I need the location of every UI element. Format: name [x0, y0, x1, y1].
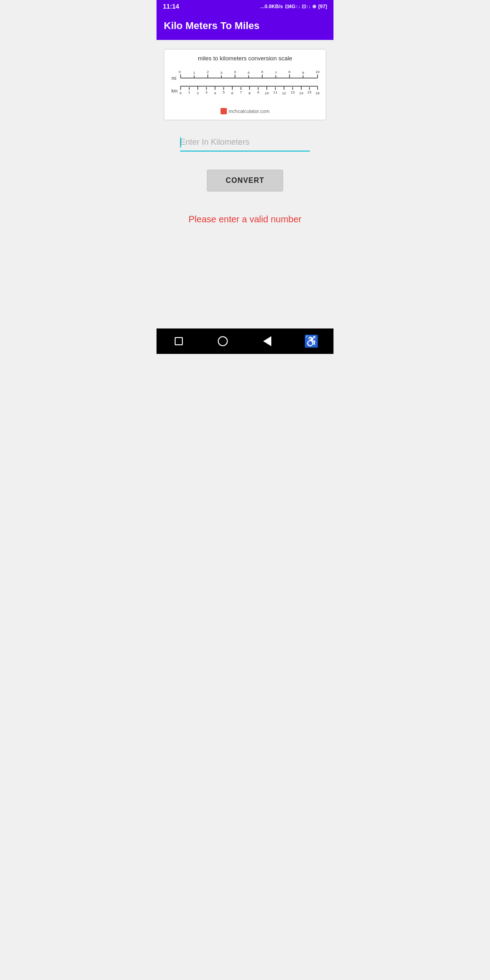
svg-text:11: 11 [274, 90, 278, 94]
nav-accessibility-button[interactable]: ♿ [302, 332, 320, 350]
svg-text:4: 4 [214, 91, 216, 95]
convert-button[interactable]: CONVERT [207, 170, 283, 191]
svg-text:2: 2 [197, 91, 199, 95]
svg-text:1: 1 [188, 90, 191, 94]
nav-bar: ♿ [157, 328, 333, 354]
scale-svg: mi 0 1 2 3 4 5 [168, 66, 322, 104]
nav-recent-apps-button[interactable] [170, 332, 188, 350]
nav-back-button[interactable] [258, 332, 276, 350]
svg-text:14: 14 [299, 91, 304, 95]
svg-text:0: 0 [180, 91, 182, 95]
toolbar: Kilo Meters To Miles [157, 13, 333, 40]
accessibility-icon: ♿ [304, 334, 318, 348]
svg-text:7: 7 [275, 71, 277, 75]
signal-icons: ⊡4G↑↓ ⊡↑↓ ⊕ [285, 4, 317, 10]
svg-text:6: 6 [261, 70, 264, 74]
svg-text:7: 7 [240, 90, 242, 94]
svg-text:1: 1 [193, 71, 196, 75]
svg-text:0: 0 [179, 70, 181, 74]
km-input-container[interactable] [180, 134, 310, 152]
status-time: 11:14 [163, 3, 179, 10]
svg-text:2: 2 [207, 70, 209, 74]
input-cursor [180, 137, 181, 147]
scale-title: miles to kilometers conversion scale [168, 55, 322, 62]
km-input[interactable] [180, 134, 310, 152]
svg-text:3: 3 [206, 90, 208, 94]
svg-text:9: 9 [302, 71, 304, 75]
svg-text:15: 15 [308, 90, 312, 94]
svg-text:9: 9 [257, 90, 260, 94]
conversion-scale-container: miles to kilometers conversion scale mi … [164, 49, 326, 120]
inchcalculator-icon [220, 108, 227, 114]
svg-text:8: 8 [249, 91, 251, 95]
svg-text:8: 8 [289, 70, 291, 74]
svg-text:16: 16 [316, 91, 320, 95]
page-title: Kilo Meters To Miles [164, 20, 260, 31]
svg-text:km: km [172, 88, 177, 93]
nav-home-button[interactable] [214, 332, 232, 350]
svg-text:10: 10 [265, 91, 269, 95]
error-message: Please enter a valid number [179, 214, 310, 225]
svg-text:5: 5 [223, 90, 225, 94]
status-icons: ...0.0KB/s ⊡4G↑↓ ⊡↑↓ ⊕ [97] [260, 4, 327, 10]
svg-text:mi: mi [172, 76, 176, 81]
square-icon [175, 337, 183, 345]
svg-text:10: 10 [316, 70, 320, 74]
circle-icon [218, 336, 228, 346]
status-bar: 11:14 ...0.0KB/s ⊡4G↑↓ ⊡↑↓ ⊕ [97] [157, 0, 333, 13]
main-content: miles to kilometers conversion scale mi … [157, 40, 333, 328]
back-arrow-icon [263, 336, 271, 346]
svg-text:13: 13 [291, 90, 295, 94]
battery-indicator: [97] [318, 4, 327, 9]
svg-text:12: 12 [282, 91, 286, 95]
svg-text:6: 6 [231, 91, 234, 95]
svg-text:5: 5 [248, 71, 250, 75]
svg-text:3: 3 [220, 71, 223, 75]
svg-text:4: 4 [234, 70, 236, 74]
scale-attribution: inchcalculator.com [168, 108, 322, 114]
network-speed: ...0.0KB/s [260, 4, 283, 9]
